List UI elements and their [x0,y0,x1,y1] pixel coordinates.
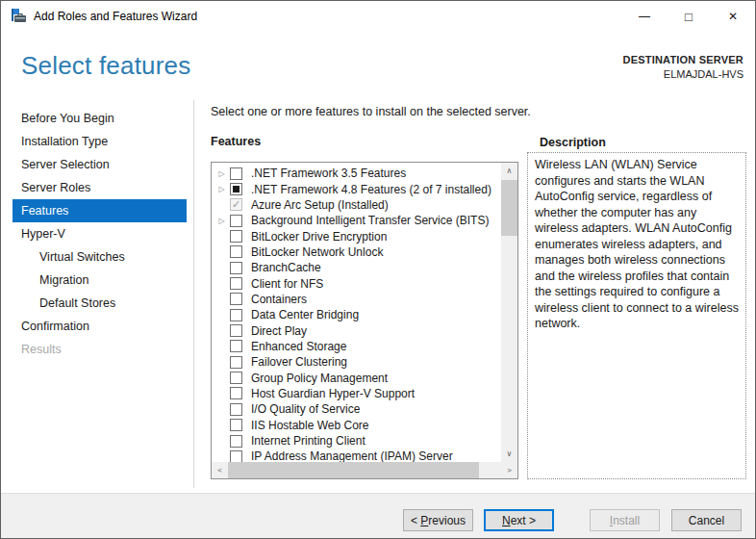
feature-checkbox[interactable] [230,372,242,384]
vertical-scrollbar-thumb[interactable] [501,180,517,236]
sidebar-item-features[interactable]: Features [13,199,187,222]
feature-row-bitlocker-network-unlock: ▷BitLocker Network Unlock [212,244,501,260]
feature-checkbox[interactable] [230,277,242,290]
vertical-scrollbar[interactable]: ∧ ∨ [501,163,517,462]
features-rows: ▷.NET Framework 3.5 Features▷.NET Framew… [212,166,501,462]
feature-row-enhanced-storage: ▷Enhanced Storage [212,339,501,354]
feature-label: Direct Play [251,324,307,338]
next-button[interactable]: Next > [484,509,554,531]
cancel-button[interactable]: Cancel [671,509,742,531]
sidebar-item-virtual-switches[interactable]: Virtual Switches [13,245,187,269]
expander-icon[interactable]: ▷ [216,169,227,178]
window-title: Add Roles and Features Wizard [34,10,197,23]
feature-checkbox[interactable] [230,435,242,448]
feature-label: Background Intelligent Transfer Service … [251,214,489,227]
feature-label: Host Guardian Hyper-V Support [251,387,415,400]
install-button: Install [590,509,660,531]
instruction-text: Select one or more features to install o… [211,105,531,118]
feature-checkbox[interactable] [230,293,242,305]
expander-icon[interactable]: ▷ [216,217,227,225]
feature-checkbox[interactable] [230,215,242,227]
feature-row-failover-clustering: ▷Failover Clustering [212,354,501,370]
feature-label: Containers [251,293,307,306]
scroll-right-arrow-icon[interactable]: > [501,462,517,478]
sidebar-item-migration[interactable]: Migration [13,269,187,292]
description-label: Description [540,136,606,149]
wizard-step-nav: Before You BeginInstallation TypeServer … [13,107,187,361]
destination-server-name: ELMAJDAL-HVS [623,67,743,82]
feature-row-data-center-bridging: ▷Data Center Bridging [212,307,501,322]
close-button[interactable]: ✕ [711,1,755,32]
feature-checkbox[interactable] [230,183,242,195]
sidebar-item-server-selection[interactable]: Server Selection [13,153,187,176]
feature-checkbox[interactable] [230,309,242,321]
feature-row-host-guardian-hyper-v-support: ▷Host Guardian Hyper-V Support [212,386,501,401]
feature-checkbox[interactable] [230,419,242,431]
feature-checkbox[interactable] [230,387,242,399]
feature-label: IIS Hostable Web Core [251,419,369,432]
destination-server-label: DESTINATION SERVER [623,53,743,67]
feature-row-group-policy-management: ▷Group Policy Management [212,370,501,385]
feature-checkbox[interactable] [230,230,242,243]
feature-label: .NET Framework 3.5 Features [251,167,406,180]
features-list-label: Features [211,135,261,148]
sidebar-item-installation-type[interactable]: Installation Type [13,130,187,153]
feature-label: BitLocker Network Unlock [251,245,383,259]
sidebar-item-default-stores[interactable]: Default Stores [13,292,187,315]
feature-row-ip-address-management-ipam-server: ▷IP Address Management (IPAM) Server [212,449,501,462]
feature-label: Internet Printing Client [251,434,365,448]
horizontal-scrollbar[interactable]: < > [212,462,517,478]
sidebar-item-hyper-v[interactable]: Hyper-V [13,222,187,245]
feature-checkbox[interactable] [230,450,242,462]
feature-checkbox[interactable] [230,324,242,337]
previous-button[interactable]: < Previous [403,509,473,531]
wizard-window: Add Roles and Features Wizard — □ ✕ Sele… [0,0,756,539]
expander-icon[interactable]: ▷ [216,185,227,193]
feature-label: IP Address Management (IPAM) Server [251,449,453,462]
scroll-up-arrow-icon[interactable]: ∧ [501,163,517,179]
feature-row-net-framework-3-5-features: ▷.NET Framework 3.5 Features [212,166,501,181]
scroll-down-arrow-icon[interactable]: ∨ [501,446,517,462]
minimize-icon: — [639,10,650,23]
sidebar-item-results: Results [13,338,187,361]
maximize-icon: □ [685,10,693,24]
feature-label: Azure Arc Setup (Installed) [251,198,389,212]
maximize-button[interactable]: □ [667,1,711,32]
feature-row-background-intelligent-transfer-service-bits: ▷Background Intelligent Transfer Service… [212,213,501,228]
sidebar-item-before-you-begin[interactable]: Before You Begin [13,107,187,130]
features-listbox: ▷.NET Framework 3.5 Features▷.NET Framew… [211,162,518,479]
feature-row-branchcache: ▷BranchCache [212,260,501,275]
page-title: Select features [21,51,190,81]
feature-label: Data Center Bridging [251,308,359,321]
window-controls: — □ ✕ [622,1,755,32]
feature-label: Group Policy Management [251,372,388,385]
feature-row-azure-arc-setup-installed: ▷✓Azure Arc Setup (Installed) [212,197,501,213]
description-box: Wireless LAN (WLAN) Service configures a… [527,152,746,479]
sidebar-item-confirmation[interactable]: Confirmation [13,315,187,338]
feature-checkbox[interactable] [230,245,242,258]
feature-row-direct-play: ▷Direct Play [212,322,501,338]
feature-checkbox[interactable] [230,262,242,274]
feature-label: Failover Clustering [251,355,347,369]
scroll-left-arrow-icon[interactable]: < [212,462,228,478]
feature-label: .NET Framework 4.8 Features (2 of 7 inst… [251,183,491,196]
feature-label: BitLocker Drive Encryption [251,230,387,244]
feature-row-bitlocker-drive-encryption: ▷BitLocker Drive Encryption [212,228,501,244]
next-button-label: Next > [502,514,536,527]
feature-checkbox: ✓ [230,198,242,211]
sidebar-item-server-roles[interactable]: Server Roles [13,176,187,199]
feature-label: Enhanced Storage [251,340,346,353]
title-bar: Add Roles and Features Wizard — □ ✕ [1,1,755,32]
feature-checkbox[interactable] [230,340,242,352]
feature-row-i-o-quality-of-service: ▷I/O Quality of Service [212,401,501,417]
description-text: Wireless LAN (WLAN) Service configures a… [535,158,739,330]
feature-checkbox[interactable] [230,167,242,180]
feature-checkbox[interactable] [230,403,242,416]
feature-checkbox[interactable] [230,356,242,369]
minimize-button[interactable]: — [622,1,667,32]
cancel-button-label: Cancel [689,514,724,527]
feature-row-iis-hostable-web-core: ▷IIS Hostable Web Core [212,418,501,433]
feature-row-containers: ▷Containers [212,292,501,307]
horizontal-scrollbar-thumb[interactable] [228,462,479,478]
feature-label: BranchCache [251,261,321,274]
